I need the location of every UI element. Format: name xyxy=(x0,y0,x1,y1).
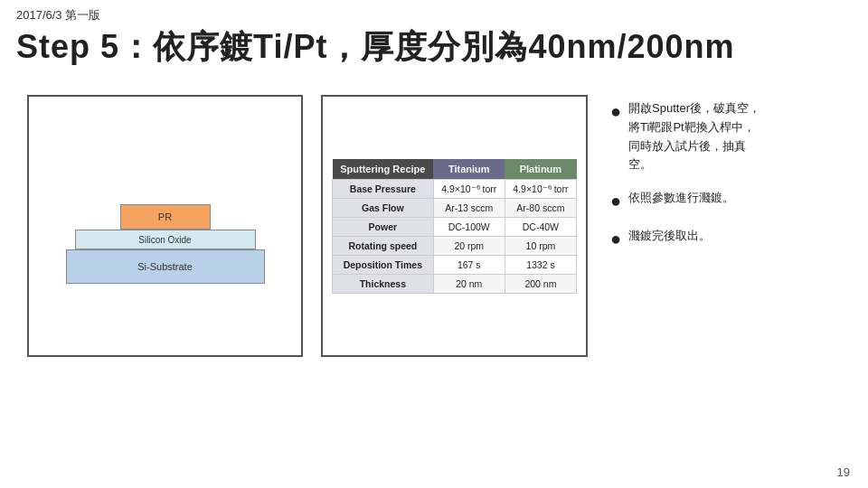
layer-si-substrate: Si-Substrate xyxy=(66,249,265,284)
cell-ti: 20 nm xyxy=(433,274,505,293)
layer-stack: PR Silicon Oxide Si-Substrate xyxy=(61,204,269,284)
cell-param: Rotating speed xyxy=(333,236,434,255)
page-date: 2017/6/3 第一版 xyxy=(16,7,100,23)
cell-ti: 4.9×10⁻⁶ torr xyxy=(433,179,505,198)
table-row: Deposition Times167 s1332 s xyxy=(333,255,577,274)
table-row: Base Pressure4.9×10⁻⁶ torr4.9×10⁻⁶ torr xyxy=(333,179,577,198)
bullet-dot-2: ● xyxy=(610,189,621,212)
main-title: Step 5：依序鍍Ti/Pt，厚度分別為40nm/200nm xyxy=(16,25,735,70)
cell-ti: DC-100W xyxy=(433,217,505,236)
bullet-dot-3: ● xyxy=(610,227,621,250)
cell-pt: 1332 s xyxy=(505,255,576,274)
page-number: 19 xyxy=(837,465,850,479)
cell-ti: Ar-13 sccm xyxy=(433,198,505,217)
table-row: Thickness20 nm200 nm xyxy=(333,274,577,293)
cell-param: Thickness xyxy=(333,274,434,293)
cell-pt: 200 nm xyxy=(505,274,576,293)
bullets-section: ● 開啟Sputter後，破真空，將Ti靶跟Pt靶換入桿中，同時放入試片後，抽真… xyxy=(610,99,859,265)
layer-silicon-oxide: Silicon Oxide xyxy=(75,230,256,249)
cell-param: Power xyxy=(333,217,434,236)
layer-pr: PR xyxy=(120,204,211,230)
cell-param: Gas Flow xyxy=(333,198,434,217)
cell-ti: 20 rpm xyxy=(433,236,505,255)
bullet-text-2: 依照參數進行濺鍍。 xyxy=(628,189,734,208)
bullet-text-3: 濺鍍完後取出。 xyxy=(628,227,711,246)
cell-param: Deposition Times xyxy=(333,255,434,274)
cell-ti: 167 s xyxy=(433,255,505,274)
cell-pt: 10 rpm xyxy=(505,236,576,255)
table-row: Rotating speed20 rpm10 rpm xyxy=(333,236,577,255)
col-header-platinum: Platinum xyxy=(505,159,576,180)
table-row: Gas FlowAr-13 sccmAr-80 sccm xyxy=(333,198,577,217)
bullet-item-1: ● 開啟Sputter後，破真空，將Ti靶跟Pt靶換入桿中，同時放入試片後，抽真… xyxy=(610,99,859,174)
cell-pt: Ar-80 sccm xyxy=(505,198,576,217)
cell-pt: DC-40W xyxy=(505,217,576,236)
cell-param: Base Pressure xyxy=(333,179,434,198)
table-row: PowerDC-100WDC-40W xyxy=(333,217,577,236)
recipe-box: Sputtering Recipe Titanium Platinum Base… xyxy=(321,95,588,357)
bullet-item-2: ● 依照參數進行濺鍍。 xyxy=(610,189,859,212)
bullet-text-1: 開啟Sputter後，破真空，將Ti靶跟Pt靶換入桿中，同時放入試片後，抽真空。 xyxy=(628,99,760,174)
bullet-item-3: ● 濺鍍完後取出。 xyxy=(610,227,859,250)
bullet-dot-1: ● xyxy=(610,99,621,123)
col-header-titanium: Titanium xyxy=(433,159,505,180)
diagram-box: PR Silicon Oxide Si-Substrate xyxy=(27,95,303,357)
recipe-table: Sputtering Recipe Titanium Platinum Base… xyxy=(332,159,577,294)
cell-pt: 4.9×10⁻⁶ torr xyxy=(505,179,576,198)
col-header-recipe: Sputtering Recipe xyxy=(333,159,434,180)
